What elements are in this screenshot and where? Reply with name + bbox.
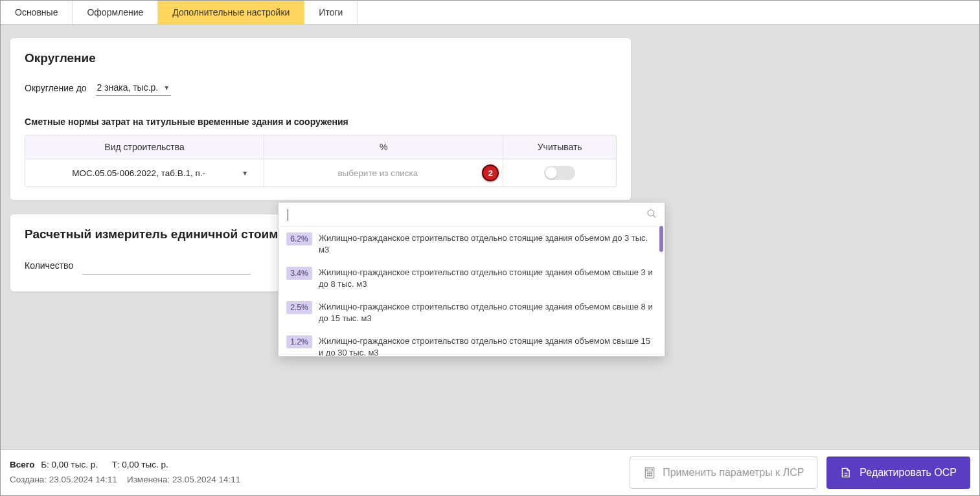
dropdown-search-input[interactable] <box>279 203 665 227</box>
app-window: Основные Оформление Дополнительные настр… <box>0 0 980 496</box>
option-desc: Жилищно-гражданское строительство отдель… <box>319 267 657 289</box>
svg-point-6 <box>651 473 652 474</box>
option-percent: 2.5% <box>286 301 312 314</box>
apply-button[interactable]: Применить параметры к ЛСР <box>630 457 817 489</box>
apply-label: Применить параметры к ЛСР <box>663 467 804 479</box>
dropdown-list[interactable]: 6.2%Жилищно-гражданское строительство от… <box>279 227 665 356</box>
percent-placeholder: выберите из списка <box>280 168 475 178</box>
col-percent: % <box>264 135 503 159</box>
tab-extra[interactable]: Дополнительные настройки <box>158 1 304 24</box>
svg-line-1 <box>653 215 655 218</box>
kind-value: МОС.05.05-006.2022, таб.В.1, п.- <box>41 168 236 178</box>
svg-point-7 <box>647 475 648 476</box>
edit-label: Редактировать ОСР <box>860 467 957 479</box>
option-desc: Жилищно-гражданское строительство отдель… <box>319 232 657 255</box>
svg-point-8 <box>649 475 650 476</box>
round-label: Округление до <box>25 83 87 93</box>
footer-bar: Всего Б: 0,00 тыс. р. Т: 0,00 тыс. р. Со… <box>1 449 979 495</box>
dropdown-search-wrap <box>279 203 665 227</box>
callout-badge-2: 2 <box>482 164 499 181</box>
content-area: Округление Округление до 2 знака, тыс.р.… <box>1 25 979 449</box>
dropdown-option[interactable]: 3.4%Жилищно-гражданское строительство от… <box>279 261 665 295</box>
col-include: Учитывать <box>503 135 616 159</box>
svg-rect-3 <box>647 469 652 471</box>
svg-point-5 <box>649 473 650 474</box>
chevron-down-icon: ▼ <box>242 170 248 177</box>
svg-point-4 <box>647 473 648 474</box>
created-at: Создана: 23.05.2024 14:11 <box>10 475 117 484</box>
option-percent: 6.2% <box>286 232 312 245</box>
col-kind: Вид строительства <box>25 135 264 159</box>
round-value: 2 знака, тыс.р. <box>97 82 159 93</box>
option-percent: 3.4% <box>286 267 312 280</box>
rounding-row: Округление до 2 знака, тыс.р. ▼ <box>25 80 617 96</box>
rounding-title: Округление <box>25 51 617 65</box>
grid-row: МОС.05.05-006.2022, таб.В.1, п.- ▼ выбер… <box>25 159 616 186</box>
option-desc: Жилищно-гражданское строительство отдель… <box>319 335 657 356</box>
quantity-label: Количество <box>25 260 73 271</box>
svg-point-0 <box>648 210 654 216</box>
option-desc: Жилищно-гражданское строительство отдель… <box>319 301 657 324</box>
modified-at: Изменена: 23.05.2024 14:11 <box>127 475 240 484</box>
total-t: Т: 0,00 тыс. р. <box>112 460 168 469</box>
tabs-bar: Основные Оформление Дополнительные настр… <box>1 1 979 25</box>
edit-button[interactable]: Редактировать ОСР <box>826 457 970 489</box>
grid-header: Вид строительства % Учитывать <box>25 135 616 159</box>
percent-dropdown: 6.2%Жилищно-гражданское строительство от… <box>278 202 665 357</box>
percent-select[interactable]: выберите из списка ▼ <box>269 168 497 178</box>
dropdown-option[interactable]: 2.5%Жилищно-гражданское строительство от… <box>279 295 665 330</box>
total-label: Всего <box>10 460 34 469</box>
text-cursor <box>288 209 288 221</box>
chevron-down-icon: ▼ <box>163 84 170 91</box>
tab-design[interactable]: Оформление <box>73 1 158 24</box>
norms-grid: Вид строительства % Учитывать МОС.05.05-… <box>25 135 617 187</box>
calculator-icon <box>643 466 656 479</box>
footer-actions: Применить параметры к ЛСР Редактировать … <box>630 457 970 489</box>
round-select[interactable]: 2 знака, тыс.р. ▼ <box>96 80 172 96</box>
svg-point-9 <box>651 475 652 476</box>
edit-doc-icon <box>840 466 853 479</box>
kind-select[interactable]: МОС.05.05-006.2022, таб.В.1, п.- ▼ <box>30 168 258 178</box>
quantity-input[interactable] <box>82 256 251 275</box>
dropdown-scrollbar[interactable] <box>659 226 663 252</box>
dropdown-option[interactable]: 6.2%Жилищно-гражданское строительство от… <box>279 227 665 261</box>
search-icon <box>646 209 657 221</box>
norms-subtitle: Сметные нормы затрат на титульные времен… <box>25 117 617 127</box>
tab-totals[interactable]: Итоги <box>304 1 358 24</box>
footer-info: Всего Б: 0,00 тыс. р. Т: 0,00 тыс. р. Со… <box>10 458 240 488</box>
dropdown-option[interactable]: 1.2%Жилищно-гражданское строительство от… <box>279 330 665 356</box>
card-rounding: Округление Округление до 2 знака, тыс.р.… <box>10 38 632 201</box>
option-percent: 1.2% <box>286 335 312 348</box>
total-b: Б: 0,00 тыс. р. <box>41 460 98 469</box>
include-toggle[interactable] <box>544 166 575 180</box>
tab-main[interactable]: Основные <box>1 1 73 24</box>
